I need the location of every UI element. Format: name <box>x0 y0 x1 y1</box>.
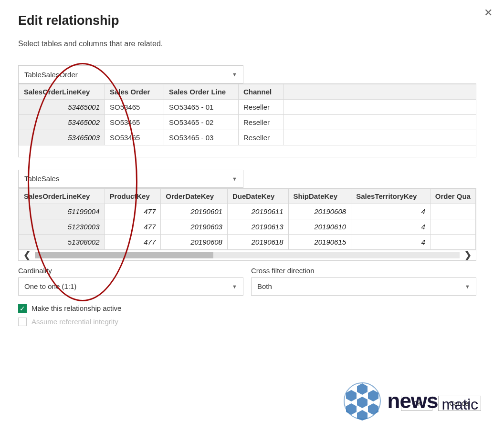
col-header[interactable]: Order Qua <box>430 188 475 204</box>
col-header[interactable]: SalesOrderLineKey <box>19 84 105 100</box>
col-header[interactable]: Channel <box>239 84 284 100</box>
referential-checkbox-label: Assume referential integrity <box>32 318 118 326</box>
col-header[interactable]: DueDateKey <box>227 188 288 204</box>
table-row[interactable]: 51230003 477 20190603 20190613 20190610 … <box>19 219 476 234</box>
col-header[interactable]: Sales Order Line <box>164 84 239 100</box>
chevron-down-icon: ▼ <box>232 284 237 289</box>
col-header[interactable]: SalesTerritoryKey <box>351 188 430 204</box>
col-header[interactable]: Sales Order <box>105 84 164 100</box>
svg-marker-4 <box>346 403 357 415</box>
scroll-track[interactable] <box>35 252 460 258</box>
table-header-row: SalesOrderLineKey ProductKey OrderDateKe… <box>19 188 476 204</box>
active-checkbox-label: Make this relationship active <box>32 304 121 312</box>
cancel-button[interactable]: Cancel <box>438 396 481 411</box>
cardinality-value: One to one (1:1) <box>24 282 76 290</box>
dialog-title: Edit relationship <box>18 13 486 28</box>
table-row[interactable]: 53465001 SO53465 SO53465 - 01 Reseller <box>19 100 477 115</box>
table2-select[interactable]: TableSales ▼ <box>18 170 243 188</box>
close-icon[interactable]: ✕ <box>484 7 493 19</box>
scroll-left-icon[interactable]: ❮ <box>19 250 35 260</box>
table-row[interactable]: 53465003 SO53465 SO53465 - 03 Reseller <box>19 130 477 145</box>
svg-marker-6 <box>357 410 368 421</box>
scroll-thumb[interactable] <box>35 252 213 258</box>
chevron-down-icon: ▼ <box>465 284 470 289</box>
chevron-down-icon: ▼ <box>232 72 237 77</box>
ok-button[interactable]: OK <box>401 396 432 411</box>
logo-graphic-icon <box>342 381 383 421</box>
table1-select[interactable]: TableSalesOrder ▼ <box>18 65 243 83</box>
svg-marker-5 <box>368 403 378 415</box>
col-header[interactable]: OrderDateKey <box>161 188 228 204</box>
dialog-description: Select tables and columns that are relat… <box>18 40 486 48</box>
table-row[interactable]: 53465002 SO53465 SO53465 - 02 Reseller <box>19 115 477 130</box>
svg-point-7 <box>344 383 380 419</box>
checkbox-unchecked-icon <box>18 318 27 326</box>
active-checkbox-row[interactable]: ✓ Make this relationship active <box>18 304 486 313</box>
cardinality-label: Cardinality <box>18 267 243 275</box>
checkbox-checked-icon[interactable]: ✓ <box>18 304 27 313</box>
cardinality-select[interactable]: One to one (1:1) ▼ <box>18 277 243 296</box>
crossfilter-select[interactable]: Both ▼ <box>251 277 476 296</box>
referential-checkbox-row: Assume referential integrity <box>18 318 486 326</box>
table1-select-value: TableSalesOrder <box>24 71 78 79</box>
scroll-right-icon[interactable]: ❯ <box>460 250 476 260</box>
col-header[interactable]: ProductKey <box>105 188 161 204</box>
col-header[interactable]: SalesOrderLineKey <box>19 188 105 204</box>
table-row[interactable]: 51199004 477 20190601 20190611 20190608 … <box>19 204 476 219</box>
svg-marker-3 <box>357 397 368 408</box>
svg-marker-2 <box>368 390 378 401</box>
table-header-row: SalesOrderLineKey Sales Order Sales Orde… <box>19 84 477 100</box>
table-row[interactable]: 51308002 477 20190608 20190618 20190615 … <box>19 234 476 249</box>
svg-marker-1 <box>346 390 357 401</box>
crossfilter-label: Cross filter direction <box>251 267 476 275</box>
chevron-down-icon: ▼ <box>232 176 237 182</box>
horizontal-scrollbar[interactable]: ❮ ❯ <box>19 250 476 260</box>
col-header[interactable]: ShipDateKey <box>288 188 351 204</box>
crossfilter-value: Both <box>257 282 272 290</box>
table1-preview: SalesOrderLineKey Sales Order Sales Orde… <box>18 83 476 157</box>
table2-preview: SalesOrderLineKey ProductKey OrderDateKe… <box>18 188 476 261</box>
col-header-empty <box>284 84 477 100</box>
table2-select-value: TableSales <box>24 174 59 183</box>
svg-marker-0 <box>357 383 368 395</box>
